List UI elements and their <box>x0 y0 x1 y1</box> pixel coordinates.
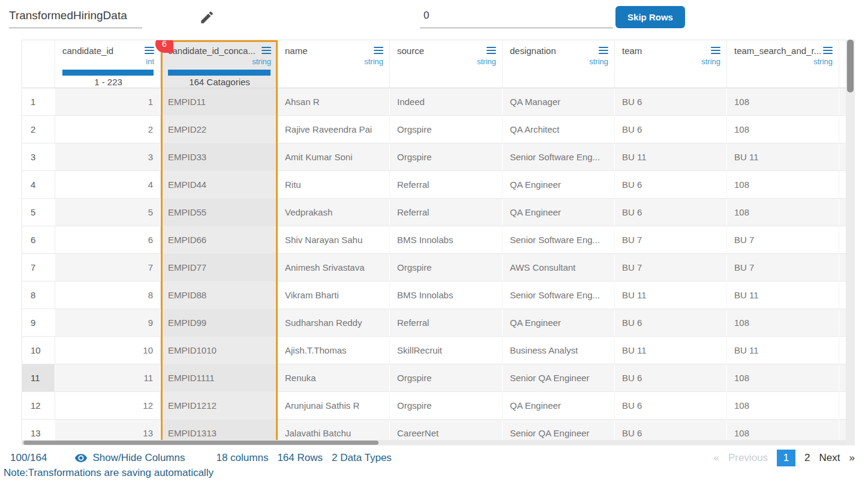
column-type-label: string <box>285 57 383 68</box>
column-header-title-row: candidate_id <box>62 44 154 57</box>
previous-button[interactable]: Previous <box>728 452 768 464</box>
column-header-title-row: source <box>397 44 496 57</box>
row-number-cell: 9 <box>22 309 55 337</box>
table-cell: Ahsan R <box>278 88 390 116</box>
column-header-team_search_and_r...[interactable]: team_search_and_r...string <box>727 40 839 88</box>
column-menu-icon[interactable] <box>374 47 383 54</box>
table-footer: 100/164 Show/Hide Columns 18 columns 164… <box>0 448 868 468</box>
column-header-title-row: candidate_id_conca... <box>168 44 271 57</box>
column-header-title-row: name <box>285 44 383 57</box>
table-row: 99EMPID99Sudharshan ReddyReferralQA Engi… <box>22 309 846 337</box>
next-arrow[interactable]: » <box>849 452 855 464</box>
table-cell: EMPID1111 <box>161 364 278 392</box>
table-cell: Amit Kumar Soni <box>278 143 390 171</box>
table-cell: BU 7 <box>727 254 839 282</box>
page-1-button[interactable]: 1 <box>777 450 795 466</box>
table-cell: 108 <box>727 199 839 226</box>
column-name: name <box>285 46 308 56</box>
table-cell: Rajive Raveendra Pai <box>278 116 390 143</box>
table-cell: Orgspire <box>390 254 503 282</box>
column-header-candidate_id[interactable]: candidate_idint1 - 223 <box>55 40 161 88</box>
table-cell: 108 <box>727 309 839 337</box>
table-cell: Orgspire <box>390 116 503 143</box>
column-menu-icon[interactable] <box>711 47 720 54</box>
table-cell: 108 <box>727 116 839 143</box>
table-cell: BU 6 <box>615 88 727 116</box>
dataset-name-field[interactable]: TransformedHiringData <box>9 4 142 28</box>
column-name: designation <box>510 46 556 56</box>
table-cell: Indeed <box>390 88 503 116</box>
table-cell: QA Engineer <box>503 309 615 337</box>
table-row: 1111EMPID1111RenukaOrgspireSenior QA Eng… <box>22 364 846 392</box>
show-hide-columns-button[interactable]: Show/Hide Columns <box>74 451 185 465</box>
skip-rows-input[interactable]: 0 <box>420 4 613 28</box>
table-cell: 6 <box>55 226 161 254</box>
row-number-cell: 3 <box>22 143 55 171</box>
table-cell: QA Engineer <box>503 199 615 226</box>
column-menu-icon[interactable] <box>486 47 496 54</box>
table-cell: QA Engineer <box>503 171 615 199</box>
table-cell: A <box>839 88 846 116</box>
autosave-note: Note:Transformations are saving automati… <box>4 467 214 479</box>
table-cell: BU 6 <box>615 392 727 420</box>
column-distribution-bar <box>168 70 271 76</box>
row-number-cell: 7 <box>22 254 55 282</box>
column-header-name[interactable]: namestring <box>278 40 390 88</box>
column-menu-icon[interactable] <box>145 47 154 54</box>
column-type-label: string <box>397 57 496 68</box>
column-header-designation[interactable]: designationstring <box>503 40 615 88</box>
next-button[interactable]: Next <box>819 452 840 464</box>
column-name: candidate_id <box>62 46 113 56</box>
skip-rows-value: 0 <box>424 10 429 22</box>
table-cell: 108 <box>727 171 839 199</box>
table-cell: BU 11 <box>727 282 839 309</box>
table-cell: BU 6 <box>615 364 727 392</box>
column-menu-icon[interactable] <box>599 47 608 54</box>
vertical-scrollbar-thumb[interactable] <box>847 40 854 92</box>
edit-pencil-icon[interactable] <box>199 10 215 25</box>
column-header-title-row: designation <box>510 44 608 57</box>
table-cell: BU 11 <box>727 143 839 171</box>
vertical-scrollbar[interactable] <box>846 40 855 445</box>
eye-icon <box>74 451 88 465</box>
row-number-header <box>22 40 55 88</box>
table-cell: BU 6 <box>615 199 727 226</box>
column-header-team[interactable]: teamstring <box>615 40 727 88</box>
table-cell: EMPID44 <box>161 171 278 199</box>
column-header-candidate_id_conca...[interactable]: candidate_id_conca...string164 Catagorie… <box>161 40 278 88</box>
column-header-p[interactable]: p <box>839 40 846 88</box>
table-cell: Ritu <box>278 171 390 199</box>
table-cell: C <box>839 254 846 282</box>
table-cell: Business Analyst <box>503 337 615 364</box>
table-row: 1212EMPID1212Arunjunai Sathis ROrgspireQ… <box>22 392 846 420</box>
table-cell: Referral <box>390 171 503 199</box>
column-menu-icon[interactable] <box>823 47 833 54</box>
page-2-button[interactable]: 2 <box>804 452 810 464</box>
table-cell: 10 <box>55 337 161 364</box>
column-header-source[interactable]: sourcestring <box>390 40 503 88</box>
table-cell: 3 <box>55 143 161 171</box>
previous-arrow[interactable]: « <box>713 452 719 464</box>
table-cell: SkillRecruit <box>390 337 503 364</box>
column-menu-icon[interactable] <box>262 47 271 54</box>
column-type-label: string <box>510 57 608 68</box>
table-cell: EMPID88 <box>161 282 278 309</box>
table-cell: EMPID55 <box>161 199 278 226</box>
table-row: 11EMPID11Ahsan RIndeedQA ManagerBU 6108A <box>22 88 846 116</box>
table-cell: 108 <box>727 364 839 392</box>
table-cell: EMPID66 <box>161 226 278 254</box>
table-cell: 108 <box>727 392 839 420</box>
horizontal-scrollbar-thumb[interactable] <box>23 441 379 445</box>
column-header-title-row: team <box>622 44 720 57</box>
table-cell: S <box>839 309 846 337</box>
table-cell: EMPID1010 <box>161 337 278 364</box>
table-cell: H <box>839 282 846 309</box>
table-cell: T <box>839 199 846 226</box>
skip-rows-button[interactable]: Skip Rows <box>615 6 685 28</box>
column-type-label: string <box>622 57 720 68</box>
table-cell: QA Architect <box>503 116 615 143</box>
table-cell: BU 11 <box>615 282 727 309</box>
table-cell: Shiv Narayan Sahu <box>278 226 390 254</box>
horizontal-scrollbar[interactable] <box>22 440 846 445</box>
table-cell: Senior Software Eng... <box>503 143 615 171</box>
